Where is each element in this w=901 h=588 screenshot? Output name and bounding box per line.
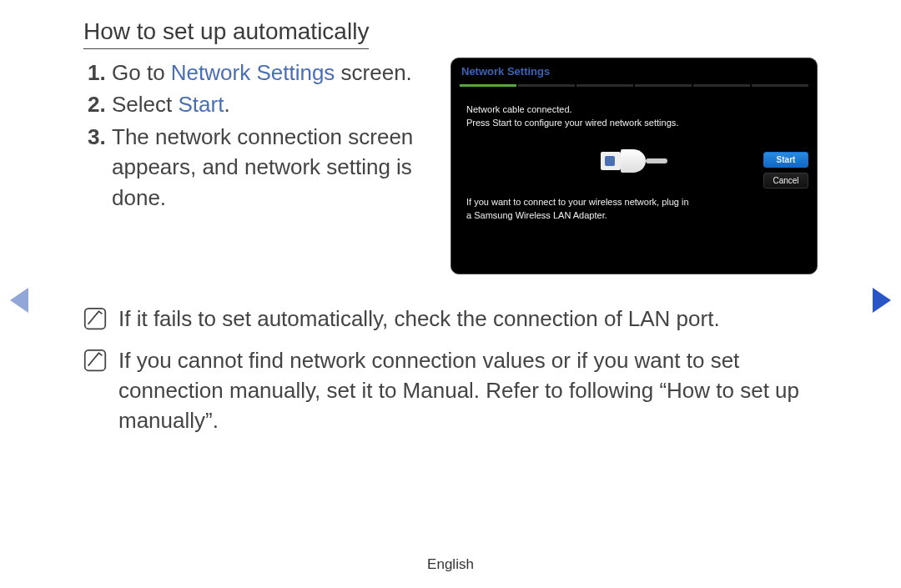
step-3: The network connection screen appears, a… xyxy=(112,122,425,213)
step-3-text: The network connection screen appears, a… xyxy=(112,124,413,210)
step-1: Go to Network Settings screen. xyxy=(112,58,425,88)
screenshot-hint-2: a Samsung Wireless LAN Adapter. xyxy=(466,209,802,223)
tv-screenshot: Network Settings Network cable connected… xyxy=(450,58,818,274)
screenshot-tab-active xyxy=(460,84,516,87)
screenshot-tab xyxy=(752,84,808,87)
note-2-text: If you cannot find network connection va… xyxy=(118,346,818,436)
start-link: Start xyxy=(179,92,224,117)
screenshot-tab xyxy=(635,84,692,87)
screenshot-tab xyxy=(693,84,750,87)
prev-page-button[interactable] xyxy=(10,288,28,316)
screenshot-tab xyxy=(518,84,575,87)
network-settings-link: Network Settings xyxy=(171,60,335,85)
step-2-text-b: . xyxy=(224,92,229,117)
svg-marker-3 xyxy=(873,288,891,313)
lan-plug-icon xyxy=(601,148,667,173)
start-button[interactable]: Start xyxy=(763,152,808,168)
note-icon xyxy=(83,349,107,372)
note-icon xyxy=(83,307,107,330)
screenshot-msg-2: Press Start to configure your wired netw… xyxy=(466,117,802,130)
step-1-text-a: Go to xyxy=(112,60,171,85)
step-1-text-b: screen. xyxy=(335,60,412,85)
note-1-text: If it fails to set automatically, check … xyxy=(118,304,720,334)
cancel-button[interactable]: Cancel xyxy=(763,173,808,188)
screenshot-msg-1: Network cable connected. xyxy=(466,103,802,117)
screenshot-title: Network Settings xyxy=(451,58,817,82)
page-title: How to set up automatically xyxy=(83,18,369,49)
step-2-text-a: Select xyxy=(112,92,179,117)
steps-list: Go to Network Settings screen. Select St… xyxy=(83,58,425,214)
footer-language: English xyxy=(0,556,901,573)
next-page-button[interactable] xyxy=(873,288,891,316)
svg-marker-2 xyxy=(10,288,28,313)
notes-section: If it fails to set automatically, check … xyxy=(83,304,818,436)
svg-rect-1 xyxy=(85,350,106,371)
svg-rect-0 xyxy=(85,309,106,329)
screenshot-tab xyxy=(576,84,633,87)
screenshot-hint-1: If you want to connect to your wireless … xyxy=(466,196,802,209)
step-2: Select Start. xyxy=(112,89,425,119)
